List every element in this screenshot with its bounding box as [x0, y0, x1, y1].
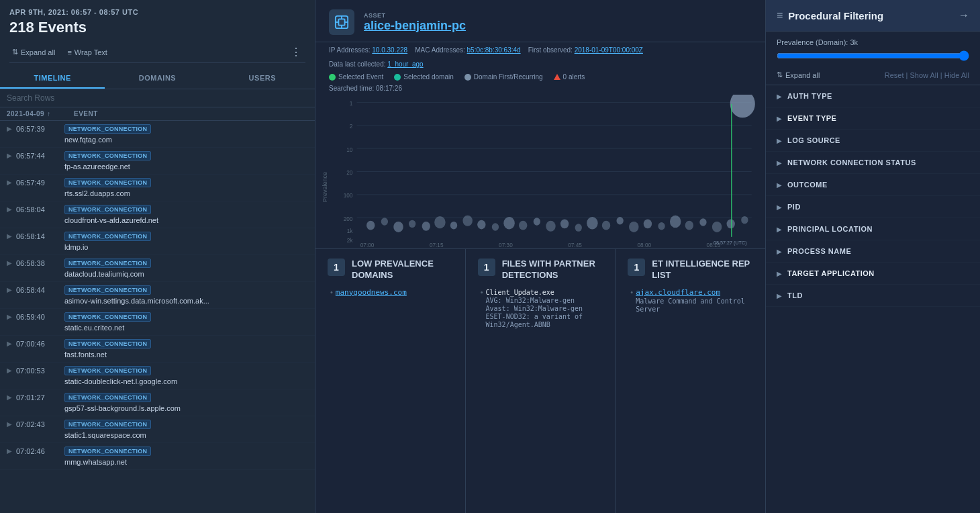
- event-row[interactable]: ▶ 06:57:44 NETWORK_CONNECTION fp-as.azur…: [0, 148, 315, 175]
- event-time: 06:58:44: [16, 285, 64, 294]
- tab-timeline[interactable]: TIMELINE: [0, 68, 105, 89]
- svg-point-47: [658, 222, 665, 230]
- hide-all-link[interactable]: Hide All: [944, 71, 969, 79]
- expand-row-arrow[interactable]: ▶: [7, 420, 12, 428]
- event-badge: NETWORK_CONNECTION: [64, 312, 151, 322]
- selected-domain-dot: [394, 74, 401, 81]
- event-badge: NETWORK_CONNECTION: [64, 232, 151, 241]
- event-domain: rts.ssl2.duapps.com: [64, 189, 130, 197]
- expand-all-icon: ⇅: [777, 71, 783, 79]
- legend-domain-first: Domain First/Recurring: [464, 73, 543, 81]
- kebab-menu-button[interactable]: ⋮: [287, 44, 305, 60]
- event-row[interactable]: ▶ 06:59:40 NETWORK_CONNECTION static.eu.…: [0, 309, 315, 336]
- event-row[interactable]: ▶ 07:00:46 NETWORK_CONNECTION fast.fonts…: [0, 336, 315, 363]
- tab-users[interactable]: USERS: [210, 68, 315, 89]
- svg-point-29: [409, 220, 415, 228]
- card-item: manygoodnews.com: [330, 288, 453, 297]
- svg-text:1k: 1k: [347, 228, 353, 235]
- svg-point-43: [602, 221, 610, 230]
- mac-link[interactable]: b5:0c:8b:30:63:4d: [467, 46, 521, 54]
- event-row[interactable]: ▶ 06:58:38 NETWORK_CONNECTION datacloud.…: [0, 255, 315, 282]
- asset-name[interactable]: alice-benjamin-pc: [364, 19, 752, 33]
- tab-domains[interactable]: DOMAINS: [105, 68, 209, 89]
- filter-expand-arrow: ▶: [777, 270, 782, 277]
- event-content: NETWORK_CONNECTION mmg.whatsapp.net: [64, 446, 308, 467]
- expand-row-arrow[interactable]: ▶: [7, 313, 12, 320]
- card-domain-link[interactable]: ajax.cloudflare.com: [636, 288, 720, 297]
- event-row[interactable]: ▶ 07:02:43 NETWORK_CONNECTION static1.sq…: [0, 416, 315, 443]
- expand-row-arrow[interactable]: ▶: [7, 393, 12, 401]
- svg-text:200: 200: [344, 215, 353, 222]
- alerts-icon: [554, 74, 560, 80]
- filter-item[interactable]: ▶ EVENT TYPE: [766, 107, 980, 130]
- reset-link[interactable]: Reset: [885, 71, 904, 79]
- data-collected-link[interactable]: 1_hour_ago: [387, 60, 423, 68]
- svg-point-46: [644, 219, 652, 228]
- expand-row-arrow[interactable]: ▶: [7, 447, 12, 455]
- svg-point-49: [685, 221, 693, 230]
- event-row[interactable]: ▶ 07:01:27 NETWORK_CONNECTION gsp57-ssl-…: [0, 389, 315, 416]
- legend-alerts: 0 alerts: [554, 73, 585, 81]
- event-row[interactable]: ▶ 06:57:49 NETWORK_CONNECTION rts.ssl2.d…: [0, 175, 315, 201]
- show-all-link[interactable]: Show All: [910, 71, 938, 79]
- filter-item[interactable]: ▶ AUTH TYPE: [766, 85, 980, 107]
- filter-item[interactable]: ▶ OUTCOME: [766, 174, 980, 196]
- expand-row-arrow[interactable]: ▶: [7, 340, 12, 347]
- event-domain: gsp57-ssl-background.ls.apple.com: [64, 404, 181, 412]
- event-row[interactable]: ▶ 07:02:46 NETWORK_CONNECTION mmg.whatsa…: [0, 443, 315, 470]
- expand-all-button[interactable]: ⇅ Expand all: [9, 46, 58, 58]
- expand-row-arrow[interactable]: ▶: [7, 205, 12, 213]
- expand-row-arrow[interactable]: ▶: [7, 286, 12, 293]
- right-expand-all-button[interactable]: ⇅ Expand all: [777, 71, 820, 79]
- wrap-icon: ≡: [67, 48, 71, 56]
- event-content: NETWORK_CONNECTION static1.squarespace.c…: [64, 419, 308, 440]
- event-badge: NETWORK_CONNECTION: [64, 205, 151, 214]
- card-items: manygoodnews.com: [328, 288, 453, 297]
- filter-item[interactable]: ▶ TLD: [766, 285, 980, 307]
- filter-item[interactable]: ▶ PRINCIPAL LOCATION: [766, 218, 980, 240]
- event-row[interactable]: ▶ 06:58:14 NETWORK_CONNECTION ldmp.io: [0, 228, 315, 255]
- svg-point-32: [450, 222, 457, 229]
- filter-expand-arrow: ▶: [777, 292, 782, 299]
- event-content: NETWORK_CONNECTION fp-as.azureedge.net: [64, 150, 308, 171]
- right-panel-arrow[interactable]: →: [959, 9, 969, 21]
- card-header: 1 FILES WITH PARTNER DETECTIONS: [478, 259, 603, 281]
- svg-point-51: [712, 222, 722, 232]
- event-row[interactable]: ▶ 06:57:39 NETWORK_CONNECTION new.fqtag.…: [0, 121, 315, 148]
- filter-item[interactable]: ▶ PROCESS NAME: [766, 240, 980, 263]
- search-input[interactable]: [7, 93, 308, 103]
- event-row[interactable]: ▶ 07:00:53 NETWORK_CONNECTION static-dou…: [0, 363, 315, 389]
- filter-item[interactable]: ▶ TARGET APPLICATION: [766, 263, 980, 285]
- event-domain: fast.fonts.net: [64, 351, 107, 359]
- filter-item[interactable]: ▶ PID: [766, 196, 980, 218]
- filter-item[interactable]: ▶ NETWORK CONNECTION STATUS: [766, 152, 980, 174]
- expand-row-arrow[interactable]: ▶: [7, 232, 12, 240]
- expand-row-arrow[interactable]: ▶: [7, 367, 12, 374]
- event-content: NETWORK_CONNECTION fast.fonts.net: [64, 338, 308, 359]
- svg-point-37: [519, 221, 527, 230]
- filter-label: LOG SOURCE: [787, 136, 840, 144]
- expand-row-arrow[interactable]: ▶: [7, 152, 12, 159]
- event-time: 07:00:53: [16, 365, 64, 375]
- card-domain-link[interactable]: manygoodnews.com: [336, 288, 407, 297]
- expand-row-arrow[interactable]: ▶: [7, 125, 12, 132]
- event-time: 06:57:44: [16, 150, 64, 160]
- expand-row-arrow[interactable]: ▶: [7, 259, 12, 267]
- wrap-text-button[interactable]: ≡ Wrap Text: [64, 47, 110, 58]
- event-badge: NETWORK_CONNECTION: [64, 447, 151, 456]
- ip-link[interactable]: 10.0.30.228: [372, 46, 407, 54]
- event-badge: NETWORK_CONNECTION: [64, 259, 151, 268]
- first-observed-link[interactable]: 2018-01-09T00:00:00Z: [575, 46, 643, 54]
- filter-item[interactable]: ▶ LOG SOURCE: [766, 130, 980, 152]
- svg-point-26: [366, 221, 375, 230]
- event-row[interactable]: ▶ 06:58:44 NETWORK_CONNECTION asimov-win…: [0, 282, 315, 309]
- filter-label: TLD: [787, 291, 803, 299]
- event-content: NETWORK_CONNECTION cloudfront-vs-afd.azu…: [64, 204, 308, 225]
- filter-label: EVENT TYPE: [787, 114, 836, 122]
- filter-label: PRINCIPAL LOCATION: [787, 225, 873, 233]
- event-row[interactable]: ▶ 06:58:04 NETWORK_CONNECTION cloudfront…: [0, 201, 315, 228]
- prevalence-slider[interactable]: [777, 50, 969, 61]
- expand-row-arrow[interactable]: ▶: [7, 179, 12, 186]
- card-items: Client_Update.exeAVG: Win32:Malware-genA…: [478, 288, 603, 328]
- event-content: NETWORK_CONNECTION static-doubleclick-ne…: [64, 365, 308, 386]
